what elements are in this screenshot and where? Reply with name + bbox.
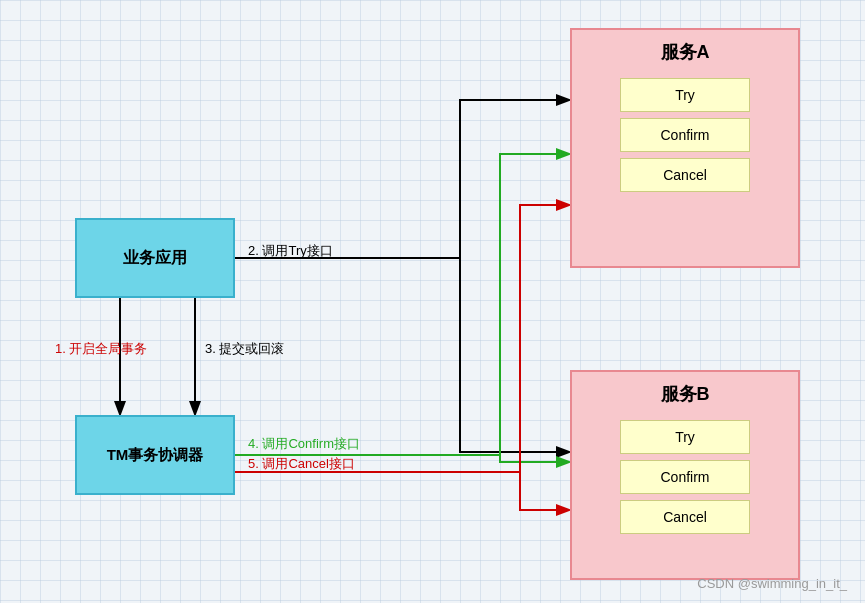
service-b-box: 服务B Try Confirm Cancel [570,370,800,580]
tm-coord-box: TM事务协调器 [75,415,235,495]
biz-app-label: 业务应用 [123,248,187,269]
biz-app-box: 业务应用 [75,218,235,298]
tm-coord-label: TM事务协调器 [107,446,204,465]
label-arrow4: 4. 调用Confirm接口 [248,435,360,453]
label-arrow3: 3. 提交或回滚 [205,340,284,358]
label-arrow1: 1. 开启全局事务 [55,340,147,358]
diagram-container: 业务应用 TM事务协调器 服务A Try Confirm Cancel 服务B … [0,0,865,603]
service-a-try: Try [620,78,750,112]
watermark: CSDN @swimming_in_it_ [697,576,847,591]
label-arrow5: 5. 调用Cancel接口 [248,455,355,473]
service-a-title: 服务A [572,30,798,72]
service-b-cancel: Cancel [620,500,750,534]
service-b-try: Try [620,420,750,454]
service-a-box: 服务A Try Confirm Cancel [570,28,800,268]
service-b-title: 服务B [572,372,798,414]
service-a-cancel: Cancel [620,158,750,192]
service-a-confirm: Confirm [620,118,750,152]
service-b-confirm: Confirm [620,460,750,494]
label-arrow2: 2. 调用Try接口 [248,242,333,260]
